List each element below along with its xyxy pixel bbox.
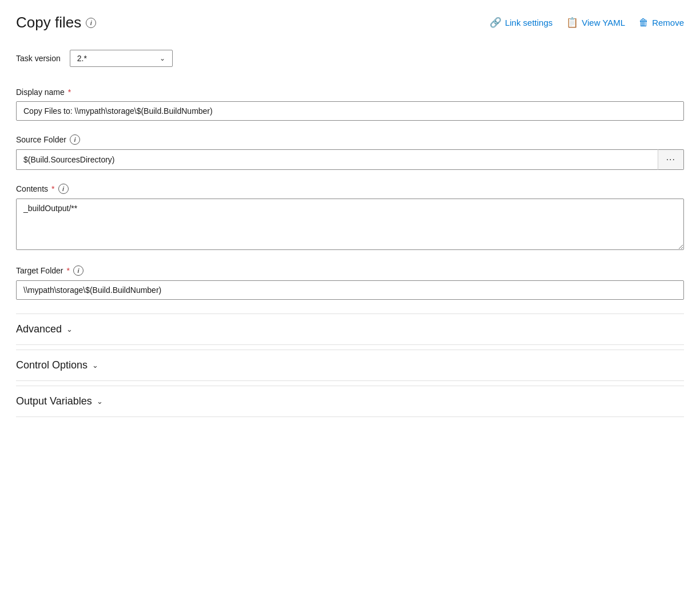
page-title: Copy files [16, 14, 81, 31]
control-options-title: Control Options [16, 359, 88, 371]
display-name-input[interactable] [16, 101, 684, 121]
source-folder-section: Source Folder i ··· [16, 134, 684, 170]
link-icon: 🔗 [490, 17, 502, 29]
link-settings-button[interactable]: 🔗 Link settings [490, 17, 552, 29]
target-folder-input[interactable] [16, 280, 684, 300]
header-left: Copy files i [16, 14, 96, 31]
display-name-label-row: Display name * [16, 88, 684, 97]
source-folder-row: ··· [16, 149, 684, 170]
target-folder-label: Target Folder [16, 266, 63, 275]
source-folder-input[interactable] [16, 149, 658, 170]
output-variables-section: Output Variables ⌄ [16, 386, 684, 417]
target-folder-label-row: Target Folder * i [16, 265, 684, 276]
control-options-section: Control Options ⌄ [16, 350, 684, 381]
source-folder-browse-button[interactable]: ··· [658, 149, 684, 170]
task-version-select[interactable]: 2.* ⌄ [70, 50, 173, 67]
advanced-title: Advanced [16, 323, 62, 335]
target-folder-section: Target Folder * i [16, 265, 684, 300]
advanced-section: Advanced ⌄ [16, 314, 684, 345]
ellipsis-icon: ··· [666, 154, 675, 165]
contents-label-row: Contents * i [16, 184, 684, 194]
title-info-icon[interactable]: i [86, 18, 96, 28]
output-variables-title: Output Variables [16, 395, 92, 407]
contents-info-icon[interactable]: i [58, 184, 69, 194]
version-chevron-down-icon: ⌄ [160, 54, 165, 62]
contents-input[interactable]: _buildOutput/** [16, 199, 684, 250]
source-folder-label: Source Folder [16, 135, 66, 144]
link-settings-label: Link settings [505, 18, 552, 27]
task-version-label: Task version [16, 54, 61, 63]
target-folder-required: * [66, 266, 69, 275]
contents-required: * [51, 184, 54, 193]
display-name-required: * [68, 88, 71, 97]
source-folder-info-icon[interactable]: i [70, 134, 80, 145]
view-yaml-label: View YAML [582, 18, 625, 27]
display-name-label: Display name [16, 88, 65, 97]
page-header: Copy files i 🔗 Link settings 📋 View YAML… [16, 14, 684, 31]
display-name-section: Display name * [16, 88, 684, 121]
output-variables-chevron-down-icon: ⌄ [97, 397, 103, 406]
view-yaml-button[interactable]: 📋 View YAML [566, 17, 625, 29]
control-options-chevron-down-icon: ⌄ [92, 361, 98, 370]
advanced-chevron-down-icon: ⌄ [66, 325, 73, 334]
source-folder-label-row: Source Folder i [16, 134, 684, 145]
advanced-header[interactable]: Advanced ⌄ [16, 314, 684, 345]
target-folder-info-icon[interactable]: i [73, 265, 83, 276]
header-actions: 🔗 Link settings 📋 View YAML 🗑 Remove [490, 17, 684, 29]
trash-icon: 🗑 [639, 17, 649, 29]
output-variables-header[interactable]: Output Variables ⌄ [16, 386, 684, 417]
remove-label: Remove [652, 18, 684, 27]
task-version-value: 2.* [77, 54, 87, 63]
control-options-header[interactable]: Control Options ⌄ [16, 350, 684, 381]
contents-section: Contents * i _buildOutput/** [16, 184, 684, 252]
contents-label: Contents [16, 184, 48, 193]
remove-button[interactable]: 🗑 Remove [639, 17, 684, 29]
yaml-icon: 📋 [566, 17, 578, 29]
task-version-row: Task version 2.* ⌄ [16, 50, 684, 67]
